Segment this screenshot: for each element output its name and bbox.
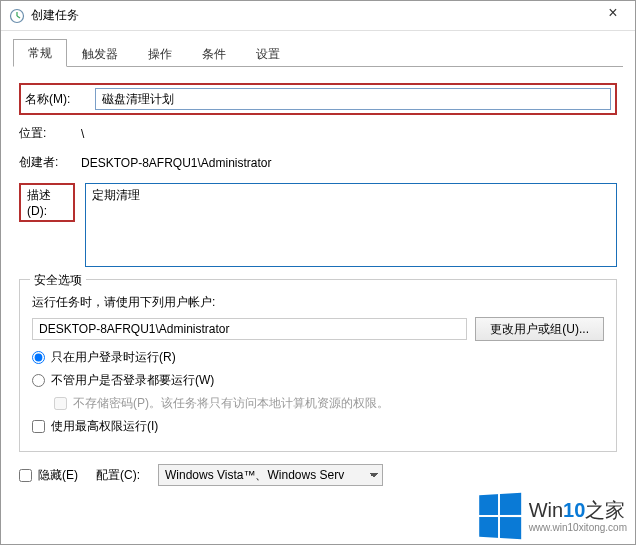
location-row: 位置: \ xyxy=(19,125,617,142)
tabstrip: 常规 触发器 操作 条件 设置 xyxy=(13,39,623,67)
create-task-dialog: 创建任务 × 常规 触发器 操作 条件 设置 名称(M): 位置: \ 创建者:… xyxy=(0,0,636,545)
config-select[interactable]: Windows Vista™、Windows Serv xyxy=(158,464,383,486)
tab-label: 设置 xyxy=(256,47,280,61)
brand-suffix: 之家 xyxy=(585,499,625,521)
radio-logged-on[interactable]: 只在用户登录时运行(R) xyxy=(32,349,604,366)
titlebar[interactable]: 创建任务 × xyxy=(1,1,635,31)
location-label: 位置: xyxy=(19,125,81,142)
highest-privileges[interactable]: 使用最高权限运行(I) xyxy=(32,418,604,435)
watermark-text: Win10之家 www.win10xitong.com xyxy=(529,500,627,533)
tab-general[interactable]: 常规 xyxy=(13,39,67,67)
tab-settings[interactable]: 设置 xyxy=(241,40,295,67)
tab-label: 常规 xyxy=(28,46,52,60)
location-value: \ xyxy=(81,127,84,141)
task-icon xyxy=(9,8,25,24)
account-display: DESKTOP-8AFRQU1\Administrator xyxy=(32,318,467,340)
highest-privileges-checkbox[interactable] xyxy=(32,420,45,433)
tab-conditions[interactable]: 条件 xyxy=(187,40,241,67)
creator-label: 创建者: xyxy=(19,154,81,171)
description-row: 描述(D): xyxy=(19,183,617,267)
hidden-task[interactable]: 隐藏(E) xyxy=(19,467,78,484)
description-highlight: 描述(D): xyxy=(19,183,75,222)
window-title: 创建任务 xyxy=(31,7,593,24)
security-legend: 安全选项 xyxy=(30,272,86,289)
watermark: Win10之家 www.win10xitong.com xyxy=(477,494,627,538)
creator-value: DESKTOP-8AFRQU1\Administrator xyxy=(81,156,272,170)
windows-logo-icon xyxy=(479,493,521,540)
brand-url: www.win10xitong.com xyxy=(529,523,627,533)
name-input[interactable] xyxy=(95,88,611,110)
no-store-password: 不存储密码(P)。该任务将只有访问本地计算机资源的权限。 xyxy=(54,395,604,412)
bottom-row: 隐藏(E) 配置(C): Windows Vista™、Windows Serv xyxy=(19,464,617,486)
radio-logged-on-input[interactable] xyxy=(32,351,45,364)
hidden-checkbox[interactable] xyxy=(19,469,32,482)
config-label: 配置(C): xyxy=(96,467,140,484)
close-button[interactable]: × xyxy=(593,0,633,27)
checkbox-label: 不存储密码(P)。该任务将只有访问本地计算机资源的权限。 xyxy=(73,395,389,412)
change-user-button[interactable]: 更改用户或组(U)... xyxy=(475,317,604,341)
button-label: 更改用户或组(U)... xyxy=(490,322,589,336)
creator-row: 创建者: DESKTOP-8AFRQU1\Administrator xyxy=(19,154,617,171)
close-icon: × xyxy=(608,4,617,22)
security-prompt: 运行任务时，请使用下列用户帐户: xyxy=(32,294,604,311)
tab-label: 触发器 xyxy=(82,47,118,61)
description-label: 描述(D): xyxy=(27,188,51,218)
radio-label: 只在用户登录时运行(R) xyxy=(51,349,176,366)
description-input[interactable] xyxy=(85,183,617,267)
name-highlight: 名称(M): xyxy=(19,83,617,115)
tab-actions[interactable]: 操作 xyxy=(133,40,187,67)
radio-any-user[interactable]: 不管用户是否登录都要运行(W) xyxy=(32,372,604,389)
checkbox-label: 使用最高权限运行(I) xyxy=(51,418,158,435)
tab-label: 条件 xyxy=(202,47,226,61)
no-store-password-checkbox xyxy=(54,397,67,410)
dialog-content: 常规 触发器 操作 条件 设置 名称(M): 位置: \ 创建者: DESKTO… xyxy=(1,31,635,498)
radio-any-input[interactable] xyxy=(32,374,45,387)
checkbox-label: 隐藏(E) xyxy=(38,467,78,484)
account-row: DESKTOP-8AFRQU1\Administrator 更改用户或组(U).… xyxy=(32,317,604,341)
radio-label: 不管用户是否登录都要运行(W) xyxy=(51,372,214,389)
tab-triggers[interactable]: 触发器 xyxy=(67,40,133,67)
tab-label: 操作 xyxy=(148,47,172,61)
brand-prefix: Win xyxy=(529,499,563,521)
security-options: 安全选项 运行任务时，请使用下列用户帐户: DESKTOP-8AFRQU1\Ad… xyxy=(19,279,617,452)
brand-num: 10 xyxy=(563,499,585,521)
name-label: 名称(M): xyxy=(25,91,85,108)
